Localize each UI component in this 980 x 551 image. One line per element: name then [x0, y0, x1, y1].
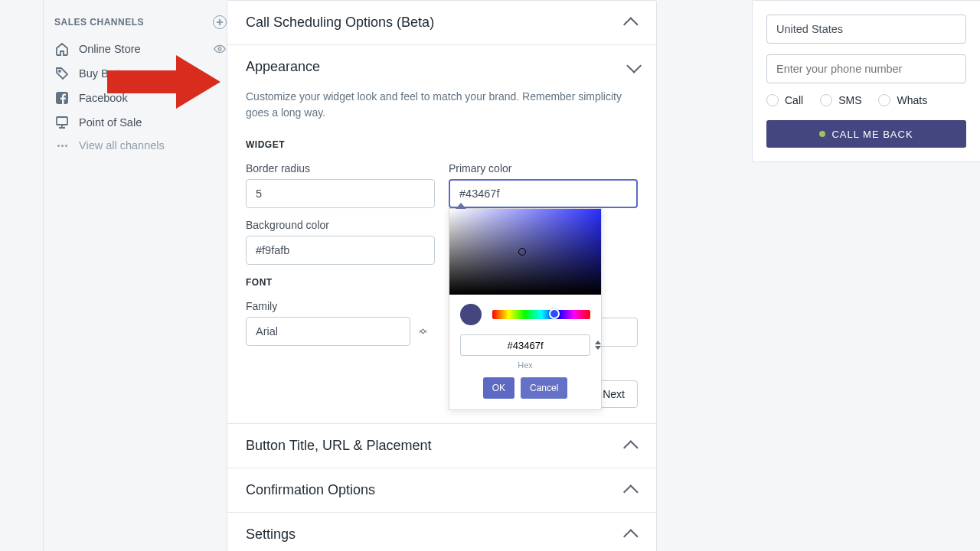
- sidebar: SALES CHANNELS Online Store Buy Button F…: [43, 0, 242, 551]
- radio-label: SMS: [838, 94, 861, 106]
- picker-hue-cursor[interactable]: [549, 308, 560, 319]
- sidebar-item-view-all[interactable]: View all channels: [44, 135, 242, 156]
- preview-country-select[interactable]: [766, 15, 966, 44]
- font-family-field: Family: [246, 300, 435, 346]
- preview-phone-input[interactable]: [766, 54, 966, 83]
- background-color-input[interactable]: [246, 236, 435, 265]
- chevron-up-icon: [623, 484, 639, 500]
- radio-label: Whats: [897, 94, 927, 106]
- picker-format-stepper[interactable]: [595, 341, 601, 350]
- section-head-confirmation[interactable]: Confirmation Options: [227, 468, 656, 512]
- preview-option-sms[interactable]: SMS: [820, 94, 861, 106]
- primary-color-label: Primary color: [449, 162, 638, 174]
- sidebar-item-facebook[interactable]: Facebook: [44, 86, 242, 110]
- primary-color-field: Primary color: [449, 162, 638, 208]
- border-radius-input[interactable]: [246, 179, 435, 208]
- section-head-call-scheduling[interactable]: Call Scheduling Options (Beta): [227, 1, 656, 44]
- chevron-up-icon: [623, 17, 639, 32]
- section-title: Appearance: [246, 59, 320, 75]
- pos-icon: [54, 115, 70, 130]
- sidebar-item-label: Online Store: [79, 43, 141, 55]
- tag-icon: [54, 66, 70, 81]
- section-settings: Settings: [227, 513, 656, 551]
- picker-color-preview: [460, 304, 482, 325]
- preview-option-call[interactable]: Call: [766, 94, 803, 106]
- sidebar-item-label: View all channels: [79, 139, 165, 152]
- preview-call-me-back-button[interactable]: CALL ME BACK: [766, 120, 966, 148]
- add-channel-icon[interactable]: [213, 15, 227, 29]
- section-title: Settings: [246, 527, 296, 543]
- picker-ok-button[interactable]: OK: [483, 377, 514, 399]
- sidebar-item-buy-button[interactable]: Buy Button: [44, 61, 242, 86]
- section-title: Confirmation Options: [246, 482, 375, 498]
- picker-sv-cursor[interactable]: [518, 248, 526, 256]
- svg-point-1: [59, 70, 60, 72]
- picker-saturation-box[interactable]: [449, 209, 601, 295]
- picker-hex-input[interactable]: [460, 334, 590, 356]
- color-picker: Hex OK Cancel: [449, 208, 602, 410]
- sidebar-section-header: SALES CHANNELS: [44, 15, 242, 37]
- widget-heading: WIDGET: [246, 139, 638, 150]
- appearance-description: Customize your widget look and feel to m…: [246, 89, 638, 121]
- section-head-appearance[interactable]: Appearance: [227, 45, 656, 89]
- primary-color-input[interactable]: [449, 179, 638, 208]
- radio-label: Call: [785, 94, 803, 106]
- picker-hex-label: Hex: [449, 360, 601, 377]
- sidebar-item-label: Point of Sale: [79, 116, 142, 129]
- picker-hue-slider[interactable]: [492, 310, 590, 319]
- section-title: Call Scheduling Options (Beta): [246, 15, 434, 31]
- chevron-up-icon: [623, 440, 639, 455]
- background-color-field: Background color: [246, 219, 435, 265]
- font-family-label: Family: [246, 300, 435, 312]
- preview-cta-label: CALL ME BACK: [831, 129, 913, 140]
- sidebar-section-title: SALES CHANNELS: [54, 17, 144, 28]
- sidebar-item-label: Facebook: [79, 92, 128, 104]
- facebook-icon: [54, 90, 70, 106]
- sidebar-item-label: Buy Button: [79, 67, 133, 80]
- section-appearance: Appearance Customize your widget look an…: [227, 45, 656, 424]
- section-head-settings[interactable]: Settings: [227, 513, 656, 551]
- section-button-title: Button Title, URL & Placement: [227, 424, 656, 468]
- sidebar-item-point-of-sale[interactable]: Point of Sale: [44, 110, 242, 135]
- section-title: Button Title, URL & Placement: [246, 438, 431, 454]
- svg-point-0: [218, 47, 221, 51]
- radio-icon: [878, 94, 890, 106]
- picker-pointer-icon: [456, 203, 466, 209]
- chevron-down-icon: [626, 57, 642, 73]
- widget-preview: Call SMS Whats CALL ME BACK: [752, 0, 980, 162]
- background-color-label: Background color: [246, 219, 435, 231]
- section-call-scheduling: Call Scheduling Options (Beta): [227, 1, 656, 45]
- section-confirmation: Confirmation Options: [227, 468, 656, 513]
- section-head-button-title[interactable]: Button Title, URL & Placement: [227, 424, 656, 468]
- font-family-select[interactable]: [246, 317, 410, 346]
- radio-icon: [766, 94, 779, 106]
- border-radius-field: Border radius: [246, 162, 435, 208]
- svg-rect-3: [57, 117, 67, 125]
- eye-icon[interactable]: [213, 42, 227, 56]
- border-radius-label: Border radius: [246, 162, 435, 174]
- chevron-up-icon: [623, 529, 639, 544]
- house-icon: [54, 41, 70, 57]
- radio-icon: [820, 94, 832, 106]
- picker-cancel-button[interactable]: Cancel: [521, 377, 567, 399]
- sidebar-item-online-store[interactable]: Online Store: [44, 37, 242, 61]
- more-icon: [54, 145, 70, 147]
- status-dot-icon: [819, 131, 825, 137]
- appearance-body: Customize your widget look and feel to m…: [227, 89, 656, 380]
- preview-option-whats[interactable]: Whats: [878, 94, 927, 106]
- settings-card: Call Scheduling Options (Beta) Appearanc…: [227, 0, 657, 551]
- preview-contact-options: Call SMS Whats: [766, 94, 966, 106]
